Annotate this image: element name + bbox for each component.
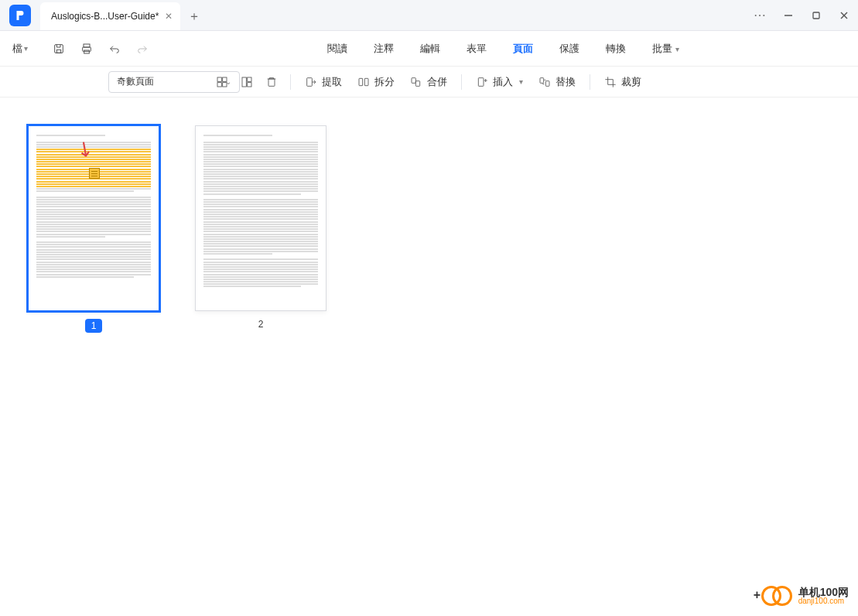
svg-rect-13 [242, 77, 246, 87]
page-toolbar: 奇數頁面 ⌄ 提取 拆分 合併 插入 ▾ 替換 裁剪 [0, 67, 858, 98]
document-tabs: Auslogics-B...User-Guide* ✕ ＋ [40, 0, 208, 30]
window-controls: ⋯ [747, 0, 858, 30]
file-menu-label: 檔 [12, 42, 22, 56]
page-thumbnail-1[interactable]: ↘ [28, 125, 159, 311]
insert-button[interactable]: 插入 ▾ [470, 72, 529, 92]
close-window-button[interactable] [830, 0, 858, 30]
menu-page[interactable]: 頁面 [504, 37, 542, 60]
menu-read[interactable]: 閱讀 [318, 37, 357, 60]
page-number-2[interactable]: 2 [258, 319, 264, 330]
crop-icon [604, 76, 617, 88]
titlebar: Auslogics-B...User-Guide* ✕ ＋ ⋯ [0, 0, 858, 31]
separator [290, 74, 291, 90]
crop-button[interactable]: 裁剪 [598, 72, 648, 92]
print-button[interactable] [76, 38, 97, 60]
trash-icon [265, 76, 278, 88]
tab-title: Auslogics-B...User-Guide* [51, 11, 159, 22]
replace-label: 替換 [555, 75, 576, 89]
svg-rect-23 [540, 77, 544, 83]
chevron-down-icon: ▾ [519, 77, 523, 86]
separator [461, 74, 462, 90]
delete-page-button[interactable] [261, 73, 282, 91]
undo-icon [108, 43, 121, 55]
crop-label: 裁剪 [621, 75, 641, 89]
svg-rect-5 [56, 50, 60, 53]
menu-edit[interactable]: 編輯 [411, 37, 450, 60]
svg-rect-17 [306, 77, 312, 86]
annotation-note-icon [89, 168, 100, 179]
split-icon [357, 76, 370, 88]
merge-label: 合併 [427, 75, 447, 89]
svg-rect-16 [268, 79, 275, 86]
main-menu: 閱讀 注釋 編輯 表單 頁面 保護 轉換 批量 [318, 37, 689, 60]
minimize-button[interactable] [774, 0, 802, 30]
svg-rect-14 [247, 77, 251, 81]
tab-document[interactable]: Auslogics-B...User-Guide* ✕ [40, 2, 180, 30]
menu-convert[interactable]: 轉換 [596, 37, 635, 60]
svg-rect-21 [415, 80, 419, 86]
close-icon[interactable]: ✕ [165, 11, 173, 22]
redo-icon [136, 43, 149, 55]
page-range-select[interactable]: 奇數頁面 ⌄ [108, 71, 240, 93]
svg-rect-15 [247, 82, 251, 86]
menu-batch[interactable]: 批量 [643, 37, 689, 60]
chevron-down-icon: ▾ [24, 44, 28, 53]
file-menu[interactable]: 檔 ▾ [8, 39, 32, 59]
page-item-2: 2 [195, 125, 326, 330]
svg-rect-20 [412, 77, 415, 83]
save-button[interactable] [48, 38, 70, 60]
replace-button[interactable]: 替換 [532, 72, 582, 92]
main-toolbar: 檔 ▾ 閱讀 注釋 編輯 表單 頁面 保護 轉換 批量 [0, 31, 858, 67]
svg-rect-22 [478, 77, 484, 86]
page-number-1[interactable]: 1 [85, 319, 103, 333]
separator [590, 74, 590, 90]
svg-rect-24 [545, 80, 549, 86]
page-workspace[interactable]: ↘ 1 [0, 98, 858, 616]
svg-rect-8 [84, 50, 90, 53]
new-tab-button[interactable]: ＋ [180, 2, 208, 30]
page-grid: ↘ 1 [28, 125, 830, 333]
extract-label: 提取 [322, 75, 342, 89]
split-label: 拆分 [374, 75, 395, 89]
merge-icon [410, 76, 422, 88]
grid-alt-icon [241, 76, 253, 88]
page-item-1: ↘ 1 [28, 125, 159, 333]
more-icon: ⋯ [754, 8, 767, 22]
svg-rect-6 [84, 44, 90, 47]
menu-protect[interactable]: 保護 [550, 37, 589, 60]
extract-icon [305, 76, 317, 88]
menu-form[interactable]: 表單 [457, 37, 496, 60]
maximize-button[interactable] [802, 0, 830, 30]
insert-icon [476, 76, 488, 88]
page-thumbnail-2[interactable] [195, 125, 326, 311]
save-icon [53, 43, 65, 55]
replace-icon [538, 76, 551, 88]
undo-button[interactable] [104, 38, 125, 60]
merge-button[interactable]: 合併 [404, 72, 453, 92]
redo-button[interactable] [132, 38, 153, 60]
split-button[interactable]: 拆分 [351, 72, 401, 92]
chevron-down-icon: ⌄ [225, 77, 231, 86]
menu-annotate[interactable]: 注釋 [364, 37, 403, 60]
svg-rect-19 [364, 78, 368, 85]
svg-rect-1 [813, 12, 819, 19]
svg-rect-18 [359, 78, 363, 85]
app-icon[interactable] [9, 5, 31, 26]
svg-rect-4 [55, 44, 63, 53]
page-range-value: 奇數頁面 [117, 75, 154, 88]
insert-label: 插入 [493, 75, 513, 89]
print-icon [80, 43, 93, 55]
overflow-menu-button[interactable]: ⋯ [747, 0, 774, 30]
extract-button[interactable]: 提取 [299, 72, 348, 92]
